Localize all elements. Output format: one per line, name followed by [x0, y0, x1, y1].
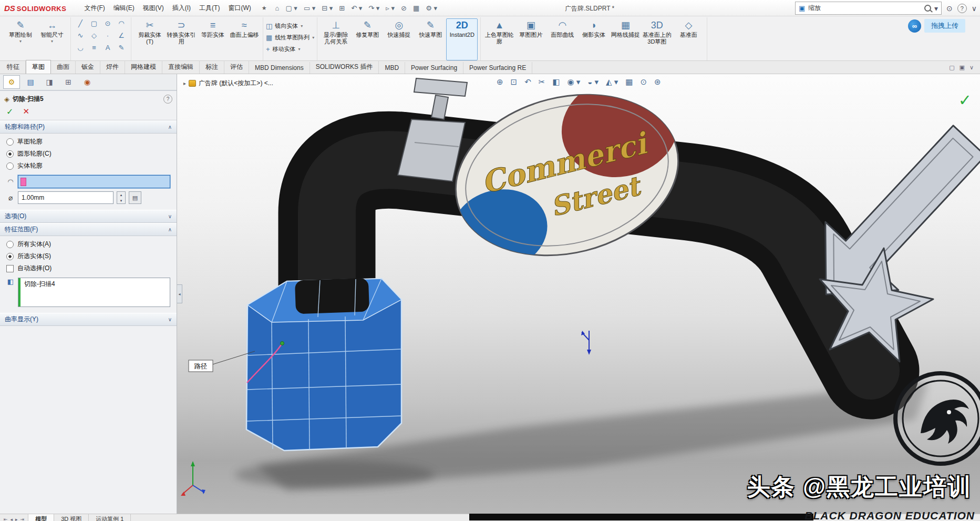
search-icon[interactable] — [924, 5, 931, 12]
panel-tab-icon[interactable]: ◉ — [79, 75, 96, 89]
sketch-entity-icon[interactable]: · — [101, 32, 115, 39]
menu-item[interactable]: 文件(F) — [80, 2, 109, 14]
flyout-arrow-icon[interactable]: ▸ — [183, 80, 186, 86]
expand-icon[interactable]: ∨ — [168, 316, 172, 322]
cancel-button[interactable]: ✕ — [23, 107, 29, 117]
graphics-viewport[interactable]: ▸ 广告牌 (默认<按加工>) <... ⊕⊡↶✂◧◉ ▾◒ ▾◭ ▾▦⊙⊛ ✓… — [177, 74, 980, 514]
command-tab[interactable]: 特征 — [1, 60, 26, 74]
collapse-icon[interactable]: ∧ — [168, 227, 172, 232]
sheet-nav-icon[interactable]: ▸ — [15, 517, 18, 521]
pin-icon[interactable]: ★ — [262, 5, 267, 12]
panel-tab-icon[interactable]: ◨ — [41, 75, 58, 89]
quick-access-icon[interactable]: ▦ — [413, 4, 419, 12]
ribbon-button[interactable]: ▦ 网格线捕捉 — [610, 18, 641, 60]
ribbon-button[interactable]: ◠ 面部曲线 — [546, 18, 578, 60]
quick-access-icon[interactable]: ⊞ — [339, 4, 345, 12]
radio-circular-profile[interactable]: 圆形轮廓(C) — [6, 149, 170, 158]
collapse-chevron-icon[interactable]: ∨ — [972, 4, 977, 13]
model-selected-body[interactable] — [246, 278, 401, 451]
menu-item[interactable]: 工具(T) — [195, 2, 224, 14]
sketch-entity-icon[interactable]: ∠ — [115, 32, 128, 39]
pm-help-icon[interactable]: ? — [163, 95, 172, 104]
path-selection-box[interactable] — [18, 175, 170, 188]
sketch-entity-icon[interactable]: ✎ — [115, 44, 128, 52]
ribbon-button[interactable]: ▣ 草图图片 — [515, 18, 546, 60]
heads-up-icon[interactable]: ▦ — [625, 77, 633, 87]
menu-item[interactable]: 编辑(E) — [109, 2, 139, 14]
path-endpoint[interactable] — [281, 342, 284, 345]
section-header-options[interactable]: 选项(O) ∨ — [0, 210, 177, 223]
menu-item[interactable]: 插入(I) — [168, 2, 195, 14]
scope-list-item[interactable]: 切除-扫描4 — [24, 280, 55, 289]
ribbon-button[interactable]: ≡ 等距实体 — [197, 18, 229, 60]
selected-path-item[interactable] — [18, 176, 170, 188]
search-input[interactable]: 缩放 — [808, 4, 921, 13]
ribbon-button[interactable]: ↔ 智能尺寸 ▾ — [36, 18, 68, 60]
heads-up-icon[interactable]: ⊕ — [497, 77, 503, 87]
model-sign[interactable]: Commerci Street — [424, 74, 704, 281]
ribbon-button[interactable]: ◇ 基准面 — [673, 18, 704, 60]
heads-up-icon[interactable]: ↶ — [524, 77, 531, 87]
tabstrip-control-icon[interactable]: ▣ — [960, 64, 965, 71]
heads-up-icon[interactable]: ✂ — [539, 77, 545, 87]
command-tab[interactable]: 草图 — [26, 60, 51, 74]
tabstrip-control-icon[interactable]: ∨ — [969, 64, 974, 71]
sheet-nav-icon[interactable]: ◂ — [11, 517, 13, 521]
heads-up-icon[interactable]: ◒ ▾ — [587, 77, 599, 87]
panel-tab-icon[interactable]: ⊞ — [60, 75, 77, 89]
quick-access-icon[interactable]: ⚙ ▾ — [426, 4, 437, 12]
spin-up-icon[interactable]: ▴ — [117, 192, 125, 198]
sketch-entity-icon[interactable]: ∿ — [74, 32, 87, 39]
search-box[interactable]: ▣ 缩放 ▾ — [795, 2, 942, 15]
search-caret-icon[interactable]: ▾ — [934, 4, 938, 13]
sketch-entity-icon[interactable]: ▢ — [87, 19, 101, 27]
ribbon-row-button[interactable]: ◫ 镜向实体 ▾ — [266, 22, 303, 30]
collapse-icon[interactable]: ∧ — [168, 124, 172, 130]
command-tab[interactable]: SOLIDWORKS 插件 — [310, 60, 379, 74]
ribbon-button[interactable]: ✎ 草图绘制 ▾ — [5, 18, 36, 60]
command-tab[interactable]: MBD Dimensions — [249, 62, 310, 74]
quick-access-icon[interactable]: ⌂ — [275, 4, 280, 12]
sheet-nav-icon[interactable]: ⇤ — [4, 517, 8, 521]
sketch-entity-icon[interactable]: ◠ — [115, 19, 128, 27]
diameter-spinner[interactable]: ▴ ▾ — [117, 191, 126, 204]
command-tab[interactable]: MBD — [379, 62, 405, 74]
sheet-tab[interactable]: 模型 — [28, 514, 54, 521]
feature-tree-flyout[interactable]: ▸ 广告牌 (默认<按加工>) <... — [183, 79, 273, 88]
command-tab[interactable]: 标注 — [200, 60, 224, 74]
expand-icon[interactable]: ∨ — [168, 213, 172, 219]
quick-access-icon[interactable]: ↷ ▾ — [368, 4, 379, 12]
feature-scope-list[interactable]: 切除-扫描4 — [18, 278, 170, 307]
radio-solid-profile[interactable]: 实体轮廓 — [6, 161, 170, 170]
quick-access-icon[interactable]: ▹ ▾ — [386, 4, 395, 12]
section-header-feature-scope[interactable]: 特征范围(F) ∧ — [0, 223, 177, 236]
diameter-options-button[interactable]: ▤ — [129, 191, 141, 204]
menu-item[interactable]: 窗口(W) — [224, 2, 255, 14]
heads-up-icon[interactable]: ⊙ — [640, 77, 647, 87]
heads-up-icon[interactable]: ⊛ — [654, 77, 661, 87]
ribbon-button[interactable]: ◗ 侧影实体 — [578, 18, 610, 60]
ok-button[interactable]: ✓ — [6, 107, 13, 117]
ribbon-button[interactable]: ▲ 上色草图轮廓 — [483, 18, 515, 60]
ribbon-button[interactable]: 2D Instant2D — [446, 18, 478, 60]
quick-access-icon[interactable]: ▭ ▾ — [304, 4, 315, 12]
ribbon-button[interactable]: ≈ 曲面上偏移 — [229, 18, 260, 60]
command-tab[interactable]: 直接编辑 — [162, 60, 200, 74]
sketch-entity-icon[interactable]: ≡ — [87, 44, 101, 52]
panel-tab-icon[interactable]: ⚙ — [3, 75, 20, 89]
sketch-entity-icon[interactable]: A — [101, 44, 115, 52]
panel-tab-icon[interactable]: ▤ — [22, 75, 39, 89]
menu-item[interactable]: 视图(V) — [139, 2, 168, 14]
command-tab[interactable]: Power Surfacing RE — [463, 62, 532, 74]
ribbon-button[interactable]: ✎ 修复草图 — [352, 18, 383, 60]
ribbon-button[interactable]: 3D 基准面上的3D草图 — [641, 18, 673, 60]
radio-selected-bodies[interactable]: 所选实体(S) — [6, 252, 170, 261]
sheet-tab[interactable]: 3D 视图 — [54, 514, 89, 521]
drag-upload-button[interactable]: ∞ 拖拽上传 — [908, 19, 965, 33]
sketch-entity-icon[interactable]: ◇ — [87, 32, 101, 39]
sheet-tab[interactable]: 运动算例 1 — [89, 514, 131, 521]
section-header-profile-path[interactable]: 轮廓和路径(P) ∧ — [0, 120, 177, 134]
ribbon-button[interactable]: ⊥ 显示/删除几何关系 — [320, 18, 352, 60]
part-breadcrumb[interactable]: 广告牌 (默认<按加工>) <... — [199, 79, 273, 88]
command-tab[interactable]: 网格建模 — [125, 60, 162, 74]
